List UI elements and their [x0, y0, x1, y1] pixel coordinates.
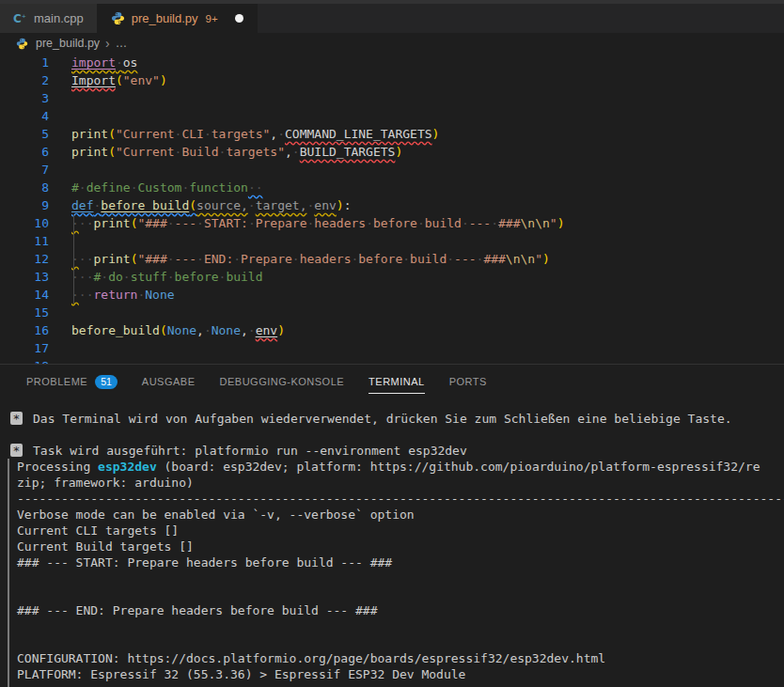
terminal-line	[0, 634, 784, 650]
code-text: #·define·Custom·function··	[71, 179, 263, 196]
code-line[interactable]: 1import·os	[0, 54, 784, 71]
terminal-line: ### --- END: Prepare headers before buil…	[0, 602, 784, 618]
terminal-line	[0, 427, 784, 443]
python-icon	[16, 37, 30, 51]
code-line[interactable]: 4	[0, 107, 784, 125]
tab-main-cpp[interactable]: C+ main.cpp	[0, 4, 98, 33]
code-text: ···print("###·---·END:·Prepare·headers·b…	[71, 250, 550, 268]
line-number: 10	[0, 214, 49, 232]
line-number: 15	[0, 304, 49, 321]
code-lines: 1import·os2Import("env")345print("Curren…	[0, 54, 784, 364]
line-number: 11	[0, 232, 49, 250]
code-line[interactable]: 6print("Current·Build·targets",·BUILD_TA…	[0, 143, 784, 161]
code-text: def·before_build(source,·target,·env):	[71, 196, 351, 214]
line-number: 13	[0, 268, 49, 286]
tab-problems-badge: 9+	[206, 13, 218, 24]
terminal-output[interactable]: *Das Terminal wird von Aufgaben wiederve…	[0, 398, 784, 687]
code-line[interactable]: 13···#·do·stuff·before·build	[0, 268, 784, 286]
code-line[interactable]: 9def·before_build(source,·target,·env):	[0, 196, 784, 214]
chevron-right-icon: ›	[105, 37, 110, 50]
code-line[interactable]: 12···print("###·---·END:·Prepare·headers…	[0, 250, 784, 268]
line-number: 14	[0, 286, 49, 304]
indent-guide	[73, 214, 74, 304]
code-line[interactable]: 15	[0, 304, 784, 321]
terminal-line: *Task wird ausgeführt: platformio run --…	[0, 443, 784, 459]
line-number: 4	[0, 107, 49, 125]
terminal-line	[0, 586, 784, 602]
task-marker-icon: *	[10, 444, 23, 457]
line-number: 6	[0, 143, 49, 161]
code-text: ···#·do·stuff·before·build	[71, 268, 263, 286]
line-number: 17	[0, 339, 49, 357]
line-number: 1	[0, 54, 49, 71]
terminal-line	[0, 618, 784, 634]
line-number: 18	[0, 357, 49, 364]
code-text: print("Current·Build·targets",·BUILD_TAR…	[71, 143, 402, 161]
terminal-line: ### --- START: Prepare headers before bu…	[0, 554, 784, 570]
tab-pre-build-py[interactable]: pre_build.py 9+	[98, 4, 258, 33]
line-number: 8	[0, 179, 49, 196]
line-number: 7	[0, 161, 49, 179]
terminal-line: Processing esp32dev (board: esp32dev; pl…	[0, 459, 784, 475]
breadcrumb: pre_build.py › …	[0, 33, 784, 54]
tab-label: main.cpp	[34, 11, 84, 25]
svg-text:+: +	[22, 12, 26, 21]
terminal-line: Verbose mode can be enabled via `-v, --v…	[0, 507, 784, 523]
code-line[interactable]: 2Import("env")	[0, 71, 784, 89]
panel-tab-bar: PROBLEME 51 AUSGABE DEBUGGING-KONSOLE TE…	[0, 365, 784, 398]
terminal-line: CONFIGURATION: https://docs.platformio.o…	[0, 650, 784, 666]
line-number: 2	[0, 71, 49, 89]
code-line[interactable]: 18	[0, 357, 784, 364]
terminal-lines: *Das Terminal wird von Aufgaben wiederve…	[0, 411, 784, 682]
code-text: Import("env")	[71, 71, 167, 89]
line-number: 12	[0, 250, 49, 268]
code-text: print("Current·CLI·targets",·COMMAND_LIN…	[71, 125, 439, 143]
svg-text:C: C	[13, 12, 22, 25]
code-line[interactable]: 10···print("###·---·START:·Prepare·heade…	[0, 214, 784, 232]
terminal-line: *Das Terminal wird von Aufgaben wiederve…	[0, 411, 784, 427]
panel-tab-debugging-konsole[interactable]: DEBUGGING-KONSOLE	[220, 376, 345, 387]
code-line[interactable]: 7	[0, 161, 784, 179]
terminal-line: Current Build targets []	[0, 539, 784, 554]
code-text: ···print("###·---·START:·Prepare·headers…	[71, 214, 564, 232]
code-line[interactable]: 16before_build(None,·None,·env)	[0, 321, 784, 339]
panel-tab-probleme[interactable]: PROBLEME 51	[26, 375, 118, 389]
code-line[interactable]: 17	[0, 339, 784, 357]
terminal-line: ----------------------------------------…	[0, 491, 784, 507]
code-line[interactable]: 8#·define·Custom·function··	[0, 179, 784, 196]
code-editor[interactable]: 1import·os2Import("env")345print("Curren…	[0, 54, 784, 364]
terminal-line: zip; framework: arduino)	[0, 475, 784, 491]
code-text: import·os	[71, 54, 137, 71]
panel-tab-ports[interactable]: PORTS	[449, 376, 487, 387]
panel-tab-ausgabe[interactable]: AUSGABE	[142, 376, 196, 387]
cpp-file-icon: C+	[13, 11, 27, 25]
line-number: 9	[0, 196, 49, 214]
task-marker-icon: *	[10, 412, 23, 425]
command-decoration-line	[8, 459, 9, 687]
line-number: 3	[0, 89, 49, 107]
code-line[interactable]: 11	[0, 232, 784, 250]
terminal-line: Current CLI targets []	[0, 523, 784, 539]
line-number: 16	[0, 321, 49, 339]
panel-tab-terminal[interactable]: TERMINAL	[368, 370, 425, 394]
terminal-line: PLATFORM: Espressif 32 (55.3.36) > Espre…	[0, 666, 784, 682]
code-line[interactable]: 14···return·None	[0, 286, 784, 304]
breadcrumb-file[interactable]: pre_build.py	[36, 37, 100, 50]
line-number: 5	[0, 125, 49, 143]
code-text: before_build(None,·None,·env)	[71, 321, 285, 339]
terminal-line	[0, 570, 784, 586]
tab-label: pre_build.py	[132, 11, 198, 25]
code-line[interactable]: 3	[0, 89, 784, 107]
problems-count-badge: 51	[95, 375, 118, 389]
code-text: ···return·None	[71, 286, 175, 304]
code-line[interactable]: 5print("Current·CLI·targets",·COMMAND_LI…	[0, 125, 784, 143]
vscode-window: C+ main.cpp pre_build.py 9+ pre_build.py…	[0, 0, 784, 687]
editor-tab-bar: C+ main.cpp pre_build.py 9+	[0, 4, 784, 33]
breadcrumb-ellipsis[interactable]: …	[116, 37, 128, 50]
python-file-icon	[111, 11, 125, 25]
bottom-panel: PROBLEME 51 AUSGABE DEBUGGING-KONSOLE TE…	[0, 364, 784, 687]
modified-dot-icon[interactable]	[235, 14, 243, 23]
